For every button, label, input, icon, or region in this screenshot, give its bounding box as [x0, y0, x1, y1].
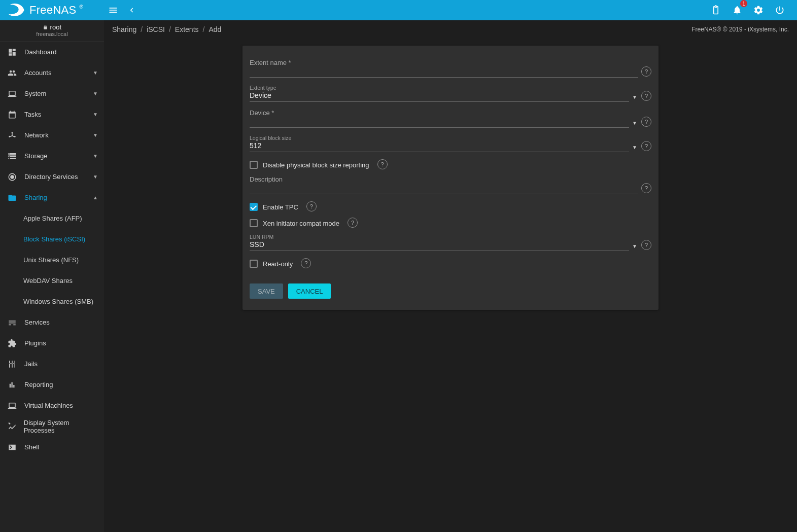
checkbox-icon[interactable] [250, 203, 258, 211]
tune-icon [6, 318, 18, 327]
lock-icon [43, 24, 48, 30]
sidebar-item-label: Reporting [24, 381, 53, 388]
save-button[interactable]: SAVE [250, 283, 283, 299]
sidebar-item-sharing[interactable]: Sharing▲ [0, 187, 104, 208]
help-icon[interactable]: ? [641, 66, 651, 77]
clipboard-button[interactable] [707, 1, 725, 19]
chevron-up-icon: ▲ [93, 195, 98, 200]
sidebar-subitem-windows-shares-smb-[interactable]: Windows Shares (SMB) [0, 291, 104, 312]
laptop-icon [6, 401, 18, 410]
breadcrumb-sharing[interactable]: Sharing [112, 25, 136, 33]
breadcrumb-extents[interactable]: Extents [175, 25, 199, 33]
sidebar-item-dashboard[interactable]: Dashboard [0, 42, 104, 62]
device-select[interactable]: Device * ▼ ? [250, 109, 651, 128]
chevron-down-icon: ▼ [632, 120, 637, 126]
help-icon[interactable]: ? [306, 201, 317, 211]
breadcrumb: Sharing/iSCSI/Extents/Add FreeNAS® © 201… [104, 20, 797, 39]
sidebar-item-label: Dashboard [24, 48, 57, 56]
sidebar: root freenas.local DashboardAccounts▼Sys… [0, 20, 104, 532]
notifications-badge: 1 [740, 0, 747, 7]
sidebar-item-label: Storage [24, 152, 48, 160]
sidebar-item-directory-services[interactable]: Directory Services▼ [0, 166, 104, 187]
logo-icon [6, 3, 26, 17]
sidebar-subitem-webdav-shares[interactable]: WebDAV Shares [0, 270, 104, 291]
sidebar-item-label: Jails [24, 360, 38, 368]
menu-icon [108, 5, 118, 15]
help-icon[interactable]: ? [641, 117, 651, 127]
power-button[interactable] [771, 1, 789, 19]
sidebar-item-network[interactable]: Network▼ [0, 125, 104, 146]
nav-back-button[interactable] [122, 1, 141, 19]
checkbox-icon[interactable] [250, 161, 258, 169]
topbar: FreeNAS ® 1 [0, 0, 797, 20]
sidebar-item-accounts[interactable]: Accounts▼ [0, 62, 104, 83]
help-icon[interactable]: ? [641, 240, 651, 250]
sidebar-item-system[interactable]: System▼ [0, 83, 104, 104]
description-field[interactable]: Description ? [250, 175, 651, 194]
user-name: root [50, 23, 61, 31]
breadcrumb-iscsi[interactable]: iSCSI [147, 25, 165, 33]
read-only-checkbox[interactable]: Read-only ? [250, 258, 651, 269]
sidebar-subitem-unix-shares-nfs-[interactable]: Unix Shares (NFS) [0, 250, 104, 270]
power-icon [775, 5, 785, 15]
main: Sharing/iSCSI/Extents/Add FreeNAS® © 201… [104, 20, 797, 532]
sidebar-item-label: Sharing [24, 194, 47, 201]
sidebar-item-label: Accounts [24, 69, 51, 77]
chevron-down-icon: ▼ [93, 153, 98, 159]
checkbox-icon[interactable] [250, 219, 258, 227]
dashboard-icon [6, 48, 18, 57]
sidebar-item-label: Plugins [24, 339, 46, 347]
form-card: Extent name * ? Extent type Device ▼ ? [242, 46, 659, 310]
block-size-select[interactable]: Logical block size 512 ▼ ? [250, 135, 651, 152]
sidebar-item-display-system-processes[interactable]: Display System Processes [0, 416, 104, 437]
help-icon[interactable]: ? [641, 141, 651, 151]
sidebar-subitem-apple-shares-afp-[interactable]: Apple Shares (AFP) [0, 208, 104, 229]
copyright: FreeNAS® © 2019 - iXsystems, Inc. [691, 26, 789, 33]
help-icon[interactable]: ? [641, 183, 651, 193]
chevron-down-icon: ▼ [93, 91, 98, 96]
extent-type-select[interactable]: Extent type Device ▼ ? [250, 85, 651, 102]
sidebar-item-label: Directory Services [24, 173, 78, 181]
sidebar-item-label: System [24, 90, 46, 97]
brand: FreeNAS ® [0, 0, 104, 20]
sidebar-subitem-block-shares-iscsi-[interactable]: Block Shares (iSCSI) [0, 229, 104, 250]
gear-icon [753, 5, 764, 15]
settings-button[interactable] [749, 1, 768, 19]
bell-icon [732, 5, 742, 15]
menu-toggle-button[interactable] [104, 1, 122, 19]
notifications-button[interactable]: 1 [728, 1, 746, 19]
sidebar-item-services[interactable]: Services [0, 312, 104, 333]
sidebar-item-jails[interactable]: Jails [0, 353, 104, 374]
sidebar-item-shell[interactable]: Shell [0, 437, 104, 457]
help-icon[interactable]: ? [301, 258, 311, 268]
disable-phys-checkbox[interactable]: Disable physical block size reporting ? [250, 159, 651, 170]
chevron-left-icon [127, 6, 136, 15]
storage-icon [6, 152, 18, 161]
sidebar-item-reporting[interactable]: Reporting [0, 374, 104, 395]
build-icon [6, 422, 18, 431]
sidebar-item-plugins[interactable]: Plugins [0, 333, 104, 353]
brand-text: FreeNAS [29, 4, 77, 17]
extent-name-field[interactable]: Extent name * ? [250, 59, 651, 78]
help-icon[interactable]: ? [348, 218, 358, 228]
checkbox-icon[interactable] [250, 260, 258, 268]
xen-compat-checkbox[interactable]: Xen initiator compat mode ? [250, 218, 651, 229]
sidebar-item-label: Shell [24, 443, 39, 451]
enable-tpc-checkbox[interactable]: Enable TPC ? [250, 201, 651, 212]
folder-icon [6, 193, 18, 202]
chevron-down-icon: ▼ [93, 132, 98, 138]
chevron-down-icon: ▼ [632, 94, 637, 100]
sidebar-item-label: Network [24, 131, 49, 139]
clipboard-icon [711, 5, 721, 15]
sidebar-item-virtual-machines[interactable]: Virtual Machines [0, 395, 104, 416]
chevron-down-icon: ▼ [632, 243, 637, 249]
sidebar-item-storage[interactable]: Storage▼ [0, 146, 104, 166]
chevron-down-icon: ▼ [93, 112, 98, 117]
lun-rpm-select[interactable]: LUN RPM SSD ▼ ? [250, 234, 651, 251]
calendar-icon [6, 110, 18, 119]
chevron-down-icon: ▼ [93, 70, 98, 76]
help-icon[interactable]: ? [377, 159, 388, 169]
help-icon[interactable]: ? [641, 91, 651, 101]
cancel-button[interactable]: CANCEL [288, 283, 331, 299]
sidebar-item-tasks[interactable]: Tasks▼ [0, 104, 104, 125]
